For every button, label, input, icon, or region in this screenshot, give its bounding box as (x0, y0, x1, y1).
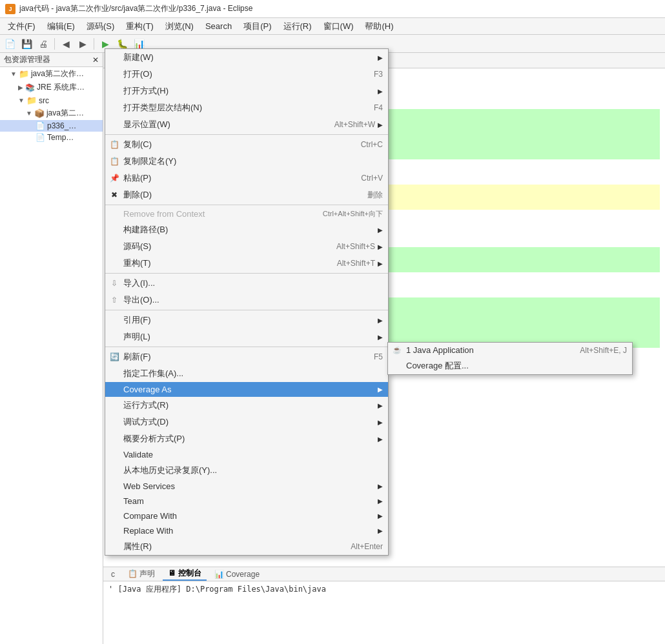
cm-open[interactable]: 打开(O) F3 (105, 66, 388, 83)
copy-icon: 📋 (109, 139, 119, 150)
submenu-java-app[interactable]: ☕ 1 Java Application Alt+Shift+E, J (388, 343, 632, 357)
cm-properties[interactable]: 属性(R) Alt+Enter (105, 538, 388, 555)
context-menu: 新建(W) ▶ 打开(O) F3 打开方式(H) ▶ 打开类型层次结构(N) F… (105, 48, 389, 556)
cm-open-with[interactable]: 打开方式(H) ▶ (105, 83, 388, 99)
cm-coverage-as[interactable]: Coverage As ▶ (105, 382, 388, 397)
refresh-icon: 🔄 (109, 352, 119, 362)
paste-icon: 📌 (109, 173, 119, 183)
cm-show-in[interactable]: 显示位置(W) Alt+Shift+W ▶ (105, 116, 388, 133)
cm-replace-with[interactable]: Replace With ▶ (105, 523, 388, 538)
cm-paste[interactable]: 📌 粘贴(P) Ctrl+V (105, 170, 388, 186)
cm-compare-with[interactable]: Compare With ▶ (105, 508, 388, 523)
cm-copy[interactable]: 📋 复制(C) Ctrl+C (105, 136, 388, 153)
cm-source[interactable]: 源码(S) Alt+Shift+S ▶ (105, 238, 388, 255)
cm-profile-as[interactable]: 概要分析方式(P) ▶ (105, 430, 388, 447)
delete-icon: ✖ (109, 190, 119, 200)
cm-build-path[interactable]: 构建路径(B) ▶ (105, 221, 388, 238)
cm-web-services[interactable]: Web Services ▶ (105, 479, 388, 494)
cm-remove-context: Remove from Context Ctrl+Alt+Shift+向下 (105, 206, 388, 221)
cm-open-type-hierarchy[interactable]: 打开类型层次结构(N) F4 (105, 99, 388, 116)
cm-new[interactable]: 新建(W) ▶ (105, 49, 388, 66)
cm-copy-qualified[interactable]: 📋 复制限定名(Y) (105, 153, 388, 170)
cm-validate[interactable]: Validate (105, 447, 388, 462)
java-app-icon: ☕ (392, 345, 402, 356)
copy-qualified-icon: 📋 (109, 156, 119, 166)
coverage-as-submenu: ☕ 1 Java Application Alt+Shift+E, J Cove… (387, 342, 633, 375)
import-icon: ⇩ (109, 278, 119, 288)
cm-import[interactable]: ⇩ 导入(I)... (105, 275, 388, 292)
cm-refactor[interactable]: 重构(T) Alt+Shift+T ▶ (105, 255, 388, 272)
cm-sep-1 (105, 134, 388, 135)
cm-sep-3 (105, 273, 388, 274)
cm-delete[interactable]: ✖ 删除(D) 删除 (105, 186, 388, 203)
cm-run-as[interactable]: 运行方式(R) ▶ (105, 397, 388, 414)
cm-refresh[interactable]: 🔄 刷新(F) F5 (105, 348, 388, 365)
cm-references[interactable]: 引用(F) ▶ (105, 312, 388, 328)
cm-declarations[interactable]: 声明(L) ▶ (105, 328, 388, 345)
cm-sep-5 (105, 347, 388, 347)
context-menu-overlay: 新建(W) ▶ 打开(O) F3 打开方式(H) ▶ 打开类型层次结构(N) F… (0, 0, 665, 644)
cm-sep-4 (105, 310, 388, 310)
submenu-coverage-config[interactable]: Coverage 配置... (388, 357, 632, 374)
cm-team[interactable]: Team ▶ (105, 494, 388, 508)
cm-working-sets[interactable]: 指定工作集(A)... (105, 365, 388, 382)
cm-export[interactable]: ⇧ 导出(O)... (105, 292, 388, 308)
cm-sep-2 (105, 205, 388, 205)
cm-debug-as[interactable]: 调试方式(D) ▶ (105, 414, 388, 430)
export-icon: ⇧ (109, 295, 119, 305)
cm-restore-local[interactable]: 从本地历史记录复原(Y)... (105, 462, 388, 479)
